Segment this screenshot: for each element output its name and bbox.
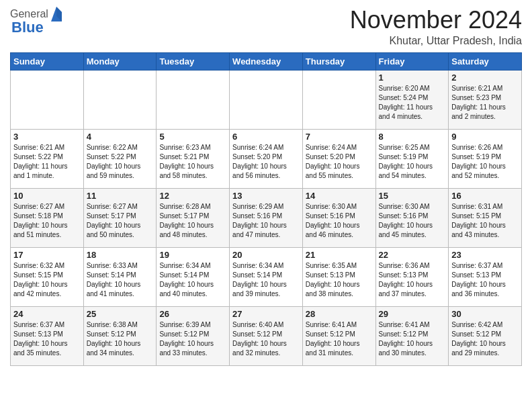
calendar-cell: 7Sunrise: 6:24 AM Sunset: 5:20 PM Daylig…: [302, 129, 375, 188]
calendar-cell: 24Sunrise: 6:37 AM Sunset: 5:13 PM Dayli…: [11, 306, 84, 365]
cell-info: Sunrise: 6:20 AM Sunset: 5:24 PM Dayligh…: [379, 84, 446, 122]
day-number: 29: [379, 309, 446, 319]
day-number: 18: [87, 250, 154, 260]
day-number: 27: [232, 309, 300, 319]
location-title: Khutar, Uttar Pradesh, India: [350, 35, 522, 47]
day-header-tuesday: Tuesday: [157, 52, 230, 70]
cell-info: Sunrise: 6:34 AM Sunset: 5:14 PM Dayligh…: [232, 261, 300, 299]
cell-info: Sunrise: 6:34 AM Sunset: 5:14 PM Dayligh…: [159, 261, 226, 299]
calendar-cell: 13Sunrise: 6:29 AM Sunset: 5:16 PM Dayli…: [230, 188, 303, 247]
calendar-cell: [157, 70, 230, 129]
day-number: 8: [379, 132, 446, 142]
logo-icon: [50, 7, 63, 21]
cell-info: Sunrise: 6:30 AM Sunset: 5:16 PM Dayligh…: [379, 202, 446, 240]
cell-info: Sunrise: 6:28 AM Sunset: 5:17 PM Dayligh…: [159, 202, 226, 240]
logo: General Blue: [10, 7, 63, 36]
cell-info: Sunrise: 6:37 AM Sunset: 5:13 PM Dayligh…: [13, 320, 81, 358]
day-number: 20: [232, 250, 300, 260]
calendar-cell: 2Sunrise: 6:21 AM Sunset: 5:23 PM Daylig…: [449, 70, 522, 129]
day-header-monday: Monday: [83, 52, 157, 70]
day-number: 14: [306, 191, 373, 201]
cell-info: Sunrise: 6:31 AM Sunset: 5:15 PM Dayligh…: [451, 202, 519, 240]
calendar-cell: 29Sunrise: 6:41 AM Sunset: 5:12 PM Dayli…: [375, 306, 449, 365]
day-header-wednesday: Wednesday: [230, 52, 303, 70]
logo-blue-text: Blue: [11, 19, 44, 36]
calendar-cell: 18Sunrise: 6:33 AM Sunset: 5:14 PM Dayli…: [83, 247, 157, 306]
calendar-cell: 12Sunrise: 6:28 AM Sunset: 5:17 PM Dayli…: [157, 188, 230, 247]
calendar-cell: 20Sunrise: 6:34 AM Sunset: 5:14 PM Dayli…: [230, 247, 303, 306]
day-number: 2: [451, 73, 519, 83]
cell-info: Sunrise: 6:27 AM Sunset: 5:18 PM Dayligh…: [13, 202, 81, 240]
cell-info: Sunrise: 6:30 AM Sunset: 5:16 PM Dayligh…: [306, 202, 373, 240]
cell-info: Sunrise: 6:26 AM Sunset: 5:19 PM Dayligh…: [451, 143, 519, 181]
day-number: 17: [13, 250, 81, 260]
cell-info: Sunrise: 6:23 AM Sunset: 5:21 PM Dayligh…: [159, 143, 226, 181]
day-number: 5: [159, 132, 226, 142]
cell-info: Sunrise: 6:39 AM Sunset: 5:12 PM Dayligh…: [159, 320, 226, 358]
day-number: 12: [159, 191, 226, 201]
calendar-cell: [83, 70, 157, 129]
cell-info: Sunrise: 6:21 AM Sunset: 5:23 PM Dayligh…: [451, 84, 519, 122]
month-title: November 2024: [350, 7, 522, 34]
day-number: 7: [306, 132, 373, 142]
calendar-week-row: 24Sunrise: 6:37 AM Sunset: 5:13 PM Dayli…: [11, 306, 522, 365]
calendar-cell: [302, 70, 375, 129]
calendar-cell: 3Sunrise: 6:21 AM Sunset: 5:22 PM Daylig…: [11, 129, 84, 188]
cell-info: Sunrise: 6:41 AM Sunset: 5:12 PM Dayligh…: [306, 320, 373, 358]
calendar-cell: 15Sunrise: 6:30 AM Sunset: 5:16 PM Dayli…: [375, 188, 449, 247]
calendar-week-row: 1Sunrise: 6:20 AM Sunset: 5:24 PM Daylig…: [11, 70, 522, 129]
calendar-cell: [11, 70, 84, 129]
calendar-header-row: SundayMondayTuesdayWednesdayThursdayFrid…: [11, 52, 522, 70]
calendar-cell: 14Sunrise: 6:30 AM Sunset: 5:16 PM Dayli…: [302, 188, 375, 247]
day-number: 15: [379, 191, 446, 201]
day-number: 10: [13, 191, 81, 201]
day-number: 16: [451, 191, 519, 201]
calendar-cell: 9Sunrise: 6:26 AM Sunset: 5:19 PM Daylig…: [449, 129, 522, 188]
calendar-cell: 30Sunrise: 6:42 AM Sunset: 5:12 PM Dayli…: [449, 306, 522, 365]
calendar-week-row: 17Sunrise: 6:32 AM Sunset: 5:15 PM Dayli…: [11, 247, 522, 306]
calendar-cell: 6Sunrise: 6:24 AM Sunset: 5:20 PM Daylig…: [230, 129, 303, 188]
calendar-week-row: 10Sunrise: 6:27 AM Sunset: 5:18 PM Dayli…: [11, 188, 522, 247]
calendar-cell: 4Sunrise: 6:22 AM Sunset: 5:22 PM Daylig…: [83, 129, 157, 188]
calendar-cell: 19Sunrise: 6:34 AM Sunset: 5:14 PM Dayli…: [157, 247, 230, 306]
cell-info: Sunrise: 6:22 AM Sunset: 5:22 PM Dayligh…: [87, 143, 154, 181]
cell-info: Sunrise: 6:36 AM Sunset: 5:13 PM Dayligh…: [379, 261, 446, 299]
calendar-cell: [230, 70, 303, 129]
cell-info: Sunrise: 6:41 AM Sunset: 5:12 PM Dayligh…: [379, 320, 446, 358]
day-number: 22: [379, 250, 446, 260]
calendar-cell: 5Sunrise: 6:23 AM Sunset: 5:21 PM Daylig…: [157, 129, 230, 188]
header: General Blue November 2024 Khutar, Uttar…: [10, 7, 522, 47]
cell-info: Sunrise: 6:29 AM Sunset: 5:16 PM Dayligh…: [232, 202, 300, 240]
day-number: 28: [306, 309, 373, 319]
day-number: 9: [451, 132, 519, 142]
day-number: 13: [232, 191, 300, 201]
day-header-sunday: Sunday: [11, 52, 84, 70]
cell-info: Sunrise: 6:25 AM Sunset: 5:19 PM Dayligh…: [379, 143, 446, 181]
cell-info: Sunrise: 6:24 AM Sunset: 5:20 PM Dayligh…: [232, 143, 300, 181]
calendar-cell: 17Sunrise: 6:32 AM Sunset: 5:15 PM Dayli…: [11, 247, 84, 306]
cell-info: Sunrise: 6:24 AM Sunset: 5:20 PM Dayligh…: [306, 143, 373, 181]
calendar-cell: 16Sunrise: 6:31 AM Sunset: 5:15 PM Dayli…: [449, 188, 522, 247]
calendar-cell: 22Sunrise: 6:36 AM Sunset: 5:13 PM Dayli…: [375, 247, 449, 306]
day-number: 25: [87, 309, 154, 319]
calendar-cell: 26Sunrise: 6:39 AM Sunset: 5:12 PM Dayli…: [157, 306, 230, 365]
title-block: November 2024 Khutar, Uttar Pradesh, Ind…: [350, 7, 522, 47]
cell-info: Sunrise: 6:32 AM Sunset: 5:15 PM Dayligh…: [13, 261, 81, 299]
cell-info: Sunrise: 6:21 AM Sunset: 5:22 PM Dayligh…: [13, 143, 81, 181]
day-number: 11: [87, 191, 154, 201]
cell-info: Sunrise: 6:33 AM Sunset: 5:14 PM Dayligh…: [87, 261, 154, 299]
day-number: 3: [13, 132, 81, 142]
day-number: 19: [159, 250, 226, 260]
cell-info: Sunrise: 6:38 AM Sunset: 5:12 PM Dayligh…: [87, 320, 154, 358]
day-number: 30: [451, 309, 519, 319]
day-header-thursday: Thursday: [302, 52, 375, 70]
calendar-cell: 8Sunrise: 6:25 AM Sunset: 5:19 PM Daylig…: [375, 129, 449, 188]
day-header-friday: Friday: [375, 52, 449, 70]
calendar-cell: 28Sunrise: 6:41 AM Sunset: 5:12 PM Dayli…: [302, 306, 375, 365]
calendar-week-row: 3Sunrise: 6:21 AM Sunset: 5:22 PM Daylig…: [11, 129, 522, 188]
calendar-cell: 11Sunrise: 6:27 AM Sunset: 5:17 PM Dayli…: [83, 188, 157, 247]
cell-info: Sunrise: 6:27 AM Sunset: 5:17 PM Dayligh…: [87, 202, 154, 240]
day-number: 1: [379, 73, 446, 83]
calendar-cell: 1Sunrise: 6:20 AM Sunset: 5:24 PM Daylig…: [375, 70, 449, 129]
day-number: 26: [159, 309, 226, 319]
